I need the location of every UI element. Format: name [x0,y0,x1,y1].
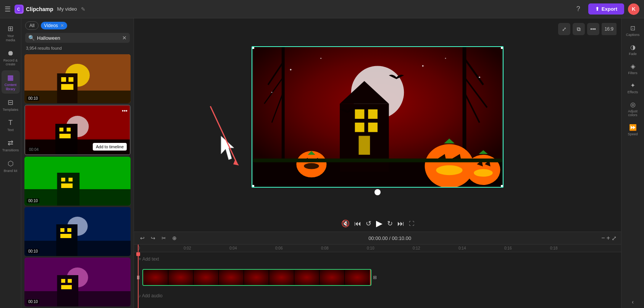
adjust-colors-icon: ◎ [630,101,636,108]
captions-panel-item[interactable]: ⊡ Captions [623,21,643,40]
playhead [138,252,139,308]
app-logo: C Clipchamp [15,5,53,14]
video-duration: 00:10 [27,96,39,101]
svg-point-68 [474,169,492,177]
sidebar-label-text: Text [7,128,14,132]
strip-frame [345,270,370,285]
more-options-button[interactable]: ••• [587,23,599,35]
sidebar-label-templates: Templates [3,108,18,112]
zoom-in-button[interactable]: + [607,235,610,242]
fade-panel-item[interactable]: ◑ Fade [623,41,643,59]
handle-top-left[interactable] [252,46,254,49]
speed-panel-item[interactable]: ⏩ Speed [623,121,643,139]
effects-panel-item[interactable]: ✦ Effects [623,79,643,97]
aspect-ratio-button[interactable]: 16:9 [602,23,617,35]
app-name: Clipchamp [26,6,53,12]
crop-button[interactable]: ⤢ [558,23,570,35]
list-item[interactable]: 00:10 [24,258,131,306]
skip-end-button[interactable]: ⏭ [397,220,404,228]
hamburger-button[interactable]: ☰ [5,5,11,13]
filter-videos-close[interactable]: ✕ [60,23,64,28]
filter-row: All Videos ✕ [21,18,134,33]
filters-panel-item[interactable]: ◈ Filters [623,60,643,78]
play-button[interactable]: ▶ [376,219,383,229]
help-button[interactable]: ? [572,3,584,15]
templates-icon: ⊟ [8,98,13,107]
list-item[interactable]: 00:10 [24,54,131,103]
sidebar-item-content-library[interactable]: ▦ Contentlibrary [2,70,20,94]
sidebar-item-transitions[interactable]: ⇄ Transitions [2,136,20,155]
sidebar-item-your-media[interactable]: ⊞ Your media [2,21,20,45]
pip-button[interactable]: ⧉ [573,23,585,35]
svg-rect-34 [68,279,72,283]
filters-icon: ◈ [631,63,635,70]
list-item[interactable]: 00:10 [24,207,131,256]
list-item[interactable]: 00:04 ••• Add to timeline [24,105,131,155]
svg-point-58 [304,163,319,169]
adjust-colors-label: Adjust colors [625,109,641,117]
search-clear-button[interactable]: ✕ [122,35,127,41]
svg-point-75 [271,92,273,93]
svg-marker-78 [233,160,239,165]
main-layout: ⊞ Your media ⏺ Record &create ▦ Contentl… [0,18,644,308]
preview-area: ⤢ ⧉ ••• 16:9 [134,18,621,216]
fullscreen-button[interactable]: ⛶ [409,220,414,227]
sidebar-item-brand-kit[interactable]: ⬡ Brand kit [2,156,20,175]
export-button[interactable]: ⬆ Export [588,3,624,15]
add-audio-button[interactable]: ♪ Add audio [134,292,167,300]
sidebar-item-record-create[interactable]: ⏺ Record &create [2,46,20,69]
skip-forward-button[interactable]: ↻ [387,219,393,228]
ruler-mark: 0:02 [184,246,229,250]
cursor-arrow-overlay [218,133,241,164]
svg-rect-45 [359,136,370,154]
results-count: 3,954 results found [21,46,134,53]
ruler-mark: 0:18 [550,246,596,250]
ruler-mark: 0:16 [504,246,550,250]
rotate-handle[interactable]: ↻ [374,189,381,195]
replay-button[interactable]: ↺ [366,219,371,228]
playhead-line [138,245,139,252]
svg-rect-27 [67,228,71,232]
svg-rect-43 [355,123,365,132]
fade-label: Fade [629,52,637,56]
sidebar-item-text[interactable]: T Text [2,116,20,135]
ruler-mark: 0:12 [413,246,458,250]
handle-top-right[interactable] [501,46,504,49]
svg-point-72 [422,65,424,66]
sidebar-label-brand: Brand kit [4,169,18,173]
ruler-mark: 0:04 [229,246,275,250]
search-input[interactable] [37,35,120,41]
halloween-scene [252,47,503,187]
mute-button[interactable]: 🔇 [341,219,350,228]
video-duration: 00:10 [27,198,39,203]
timeline-toolbar: ↩ ↪ ✂ ⊕ 00:00.00 / 00:10.00 − + ⤢ [134,232,621,245]
track-end-button[interactable]: ⊞ [371,275,378,280]
video-track: ⏸ ⊞ [134,267,621,287]
undo-button[interactable]: ↩ [139,234,146,242]
redo-button[interactable]: ↪ [149,234,157,242]
svg-rect-42 [368,109,378,119]
adjust-colors-panel-item[interactable]: ◎ Adjust colors [623,98,643,120]
video-strip[interactable] [142,269,371,286]
skip-back-button[interactable]: ⏮ [354,220,361,228]
zoom-fit-button[interactable]: ⤢ [612,235,617,242]
svg-rect-26 [60,228,65,232]
collapse-panel-button[interactable]: ‹ [632,299,634,305]
handle-bottom-right[interactable] [501,185,504,188]
video-duration: 00:10 [27,299,39,304]
zoom-out-button[interactable]: − [601,235,605,242]
your-media-icon: ⊞ [8,24,13,33]
copy-button[interactable]: ⊕ [171,234,178,242]
strip-frame [194,270,219,285]
sidebar-item-templates[interactable]: ⊟ Templates [2,95,20,114]
cut-button[interactable]: ✂ [160,234,168,242]
more-options-icon[interactable]: ••• [122,108,128,114]
svg-rect-8 [61,84,73,90]
filter-all-button[interactable]: All [25,21,39,30]
video-duration: 00:10 [27,249,39,254]
search-box: 🔍 ✕ [25,33,130,43]
handle-bottom-left[interactable] [252,185,254,188]
preview-toolbar: ⤢ ⧉ ••• 16:9 [558,23,617,35]
svg-rect-18 [57,173,80,206]
list-item[interactable]: 00:10 [24,157,131,206]
